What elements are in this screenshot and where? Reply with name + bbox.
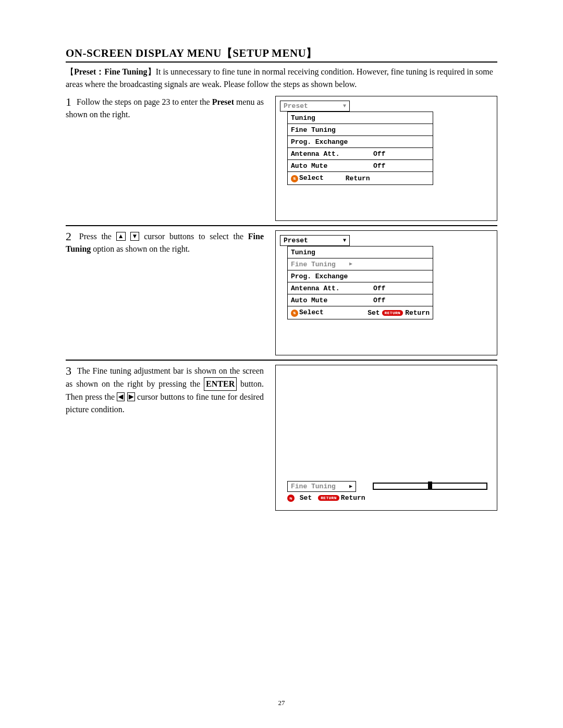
step-row: 2 Press the ▲ ▼ cursor buttons to select… — [66, 230, 497, 355]
osd-header: Preset ▼ — [280, 235, 350, 246]
osd-help: ⇅Select Set RETURN Return — [287, 306, 433, 319]
page-number: 27 — [0, 699, 563, 707]
chevron-right-icon: ▶ — [349, 483, 352, 489]
step3-instruction: 3 The Fine tuning adjustment bar is show… — [66, 365, 264, 416]
up-key-icon: ▲ — [116, 232, 126, 241]
step-row: 1 Follow the steps on page 23 to enter t… — [66, 96, 497, 221]
osd-panel-1: Preset ▼ Tuning Fine Tuning Prog. Exchan… — [275, 96, 497, 221]
step-number: 2 — [66, 230, 71, 243]
osd-panel-3: Fine Tuning ▶ ⇆ Set RETURN Return — [275, 365, 497, 511]
updown-icon: ⇅ — [291, 175, 298, 182]
chevron-down-icon: ▼ — [343, 103, 346, 109]
intro-paragraph: 【Preset：Fine Tuning】It is unnecessary to… — [66, 66, 497, 91]
leftright-icon: ⇆ — [287, 495, 295, 502]
enter-key: ENTER — [204, 377, 237, 391]
fine-tuning-label: Fine Tuning ▶ — [287, 481, 356, 492]
step1-instruction: 1 Follow the steps on page 23 to enter t… — [66, 96, 264, 121]
down-key-icon: ▼ — [130, 232, 140, 241]
return-capsule-icon: RETURN — [382, 310, 403, 316]
osd-item: Tuning — [287, 112, 433, 124]
step-number: 3 — [66, 364, 71, 377]
osd-panel-2: Preset ▼ Tuning Fine Tuning▶ Prog. Excha… — [275, 230, 497, 355]
divider — [66, 225, 497, 226]
osd-item: Auto MuteOff — [287, 160, 433, 172]
chevron-down-icon: ▼ — [343, 238, 346, 243]
osd-item: Auto MuteOff — [287, 294, 433, 306]
return-capsule-icon: RETURN — [318, 495, 339, 501]
slider-thumb — [428, 482, 432, 489]
right-key-icon: ▶ — [127, 392, 135, 401]
title-left: ON-SCREEN DISPLAY MENU — [66, 47, 222, 59]
osd-help: ⇅Select Return — [287, 172, 433, 185]
osd-help: ⇆ Set RETURN Return — [287, 494, 391, 502]
intro-bold: Preset：Fine Tuning — [74, 67, 148, 76]
osd-item: Prog. Exchange — [287, 136, 433, 148]
chevron-right-icon: ▶ — [349, 261, 352, 268]
step-row: 3 The Fine tuning adjustment bar is show… — [66, 365, 497, 511]
fine-tuning-row: Fine Tuning ▶ — [280, 481, 487, 492]
osd-item: Prog. Exchange — [287, 270, 433, 282]
updown-icon: ⇅ — [291, 310, 298, 317]
divider — [66, 360, 497, 361]
page-title: ON-SCREEN DISPLAY MENU【SETUP MENU】 — [66, 46, 497, 63]
step2-instruction: 2 Press the ▲ ▼ cursor buttons to select… — [66, 230, 264, 255]
left-key-icon: ◀ — [117, 392, 125, 401]
title-bracket: SETUP MENU — [232, 47, 306, 59]
fine-tuning-slider — [373, 483, 487, 490]
osd-item: Tuning — [287, 246, 433, 258]
osd-item-selected: Fine Tuning▶ — [287, 258, 433, 270]
osd-item: Antenna Att.Off — [287, 282, 433, 294]
osd-item: Fine Tuning — [287, 124, 433, 136]
step-number: 1 — [66, 95, 71, 108]
osd-item: Antenna Att.Off — [287, 148, 433, 160]
osd-header: Preset ▼ — [280, 101, 350, 112]
